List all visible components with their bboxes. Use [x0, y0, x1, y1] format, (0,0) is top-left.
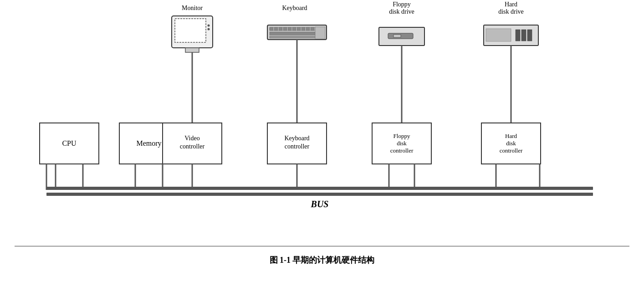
k8 — [302, 27, 305, 31]
k9 — [306, 27, 310, 31]
floppy-ctrl-text2: disk — [397, 140, 407, 147]
k10 — [311, 27, 314, 31]
k3 — [279, 27, 282, 31]
hdd-label: Hard — [505, 1, 517, 8]
monitor-stand — [185, 48, 199, 52]
hdd-vent2 — [521, 30, 526, 41]
k4 — [283, 27, 287, 31]
monitor-screen — [175, 19, 206, 42]
monitor-dot1 — [208, 25, 210, 27]
hdd-ctrl-text3: controller — [500, 147, 523, 154]
monitor-dot2 — [208, 28, 210, 31]
hdd-ctrl-text1: Hard — [505, 133, 517, 139]
bus-label: BUS — [311, 199, 329, 209]
k7 — [297, 27, 301, 31]
hdd-vent3 — [527, 30, 532, 41]
bus-line-top — [46, 187, 593, 190]
hdd-label-area — [486, 29, 511, 41]
keyboard-row2 — [270, 32, 320, 35]
k1 — [270, 27, 273, 31]
figure-caption: 图 1-1 早期的计算机硬件结构 — [270, 255, 375, 266]
cpu-text: CPU — [62, 139, 77, 147]
caption-text: 图 1-1 早期的计算机硬件结构 — [270, 255, 375, 265]
k2 — [274, 27, 278, 31]
hdd-label2: disk drive — [498, 8, 524, 15]
hdd-ctrl-text2: disk — [506, 140, 516, 147]
hdd-vent1 — [516, 30, 520, 41]
video-ctrl-text2: controller — [180, 143, 205, 150]
floppy-drive-label2: disk drive — [389, 8, 414, 15]
floppy-ctrl-text3: controller — [390, 147, 414, 154]
bus-line-bottom — [46, 193, 593, 196]
floppy-drive-label: Floppy — [393, 1, 411, 8]
monitor-label: Monitor — [182, 5, 203, 11]
divider — [15, 246, 629, 246]
video-ctrl-text1: Video — [184, 135, 199, 142]
keyboard-label: Keyboard — [282, 5, 307, 11]
keyboard-numpad — [315, 27, 325, 39]
memory-text: Memory — [136, 139, 161, 148]
keyboard-ctrl-text2: controller — [285, 143, 310, 150]
floppy-indicator — [394, 35, 401, 37]
k5 — [288, 27, 291, 31]
architecture-diagram: Monitor Keyboard Floppy disk drive Hard … — [15, 0, 629, 241]
keyboard-ctrl-text1: Keyboard — [284, 135, 309, 142]
k6 — [292, 27, 296, 31]
floppy-ctrl-text1: Floppy — [394, 133, 410, 139]
